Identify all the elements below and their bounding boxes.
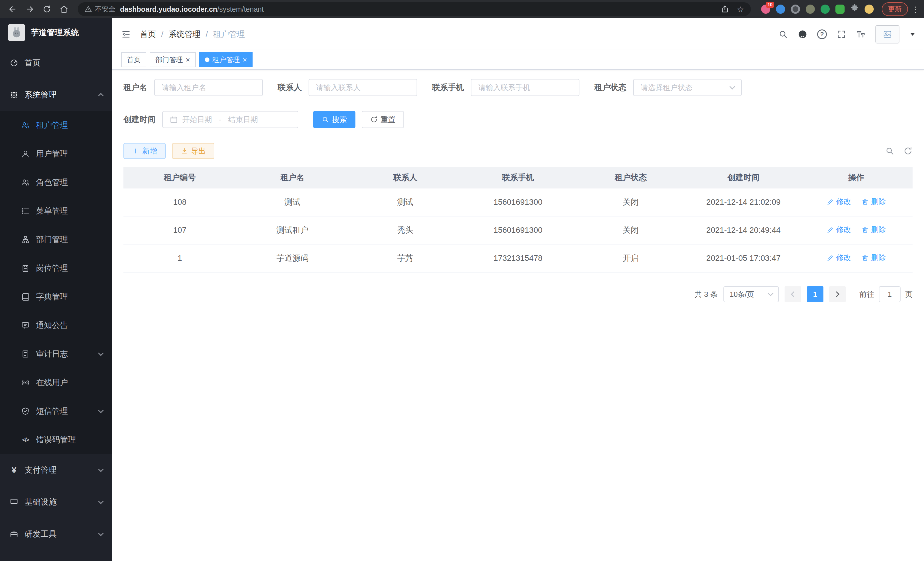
edit-link[interactable]: 修改 bbox=[826, 253, 851, 263]
shield-icon bbox=[21, 407, 30, 415]
goto-page-input[interactable] bbox=[879, 286, 901, 302]
security-chip[interactable]: 不安全 bbox=[85, 5, 116, 14]
reset-button[interactable]: 重置 bbox=[362, 111, 404, 128]
tab-home[interactable]: 首页 bbox=[121, 52, 146, 67]
search-button[interactable]: 搜索 bbox=[313, 111, 356, 128]
font-size-icon[interactable] bbox=[856, 29, 866, 39]
pencil-icon bbox=[826, 198, 834, 206]
extension-icon[interactable] bbox=[791, 5, 800, 14]
toggle-search-icon[interactable] bbox=[885, 146, 894, 156]
reload-icon[interactable] bbox=[39, 1, 55, 17]
prev-page-button[interactable] bbox=[784, 286, 801, 302]
next-page-button[interactable] bbox=[829, 286, 846, 302]
badge-icon bbox=[21, 264, 30, 272]
signal-icon bbox=[21, 378, 30, 387]
back-icon[interactable] bbox=[4, 1, 21, 17]
close-tab-icon[interactable]: × bbox=[243, 56, 247, 63]
app-logo: 芋道管理系统 bbox=[0, 18, 112, 47]
add-button[interactable]: 新增 bbox=[123, 143, 166, 159]
date-range-picker[interactable]: 开始日期 - 结束日期 bbox=[162, 111, 298, 128]
extensions-puzzle-icon[interactable] bbox=[850, 4, 859, 15]
sidebar-item-auditlog[interactable]: 审计日志 bbox=[0, 340, 112, 368]
edit-link[interactable]: 修改 bbox=[826, 197, 851, 207]
home-icon[interactable] bbox=[56, 1, 72, 17]
collapse-sidebar-icon[interactable] bbox=[121, 29, 131, 39]
github-icon[interactable] bbox=[798, 29, 807, 39]
profile-avatar[interactable] bbox=[865, 5, 874, 14]
forward-icon[interactable] bbox=[22, 1, 38, 17]
sidebar-item-tenant[interactable]: 租户管理 bbox=[0, 111, 112, 140]
sidebar-item-devtools[interactable]: 研发工具 bbox=[0, 518, 112, 550]
code-icon bbox=[21, 437, 30, 443]
refresh-table-icon[interactable] bbox=[903, 146, 913, 156]
extension-icon[interactable] bbox=[820, 5, 830, 14]
extension-icon[interactable] bbox=[776, 5, 785, 14]
tenant-name-input[interactable] bbox=[154, 79, 263, 96]
chevron-down-icon bbox=[729, 84, 735, 89]
contact-input[interactable] bbox=[309, 79, 417, 96]
delete-link[interactable]: 删除 bbox=[861, 253, 886, 263]
pagination: 共 3 条 10条/页 1 前往 页 bbox=[123, 286, 913, 302]
search-icon[interactable] bbox=[778, 29, 788, 39]
page-1-button[interactable]: 1 bbox=[807, 286, 824, 302]
sidebar-item-dept[interactable]: 部门管理 bbox=[0, 225, 112, 254]
sidebar: 芋道管理系统 首页 系统管理 租户管理 bbox=[0, 18, 112, 561]
sidebar-item-infra[interactable]: 基础设施 bbox=[0, 486, 112, 518]
table-toolbar: 新增 导出 bbox=[123, 143, 913, 159]
share-icon[interactable] bbox=[720, 4, 730, 14]
breadcrumb-home[interactable]: 首页 bbox=[140, 29, 156, 40]
close-tab-icon[interactable]: × bbox=[186, 56, 190, 63]
tab-tenant[interactable]: 租户管理 × bbox=[199, 52, 253, 67]
sidebar-item-role[interactable]: 角色管理 bbox=[0, 168, 112, 197]
export-button[interactable]: 导出 bbox=[172, 143, 214, 159]
fullscreen-icon[interactable] bbox=[837, 29, 846, 39]
extension-icon[interactable] bbox=[836, 5, 844, 14]
search-icon bbox=[322, 116, 329, 123]
table-row: 107 测试租户 秃头 15601691300 关闭 2021-12-14 20… bbox=[123, 216, 913, 244]
filter-row-2: 创建时间 开始日期 - 结束日期 搜索 bbox=[123, 111, 913, 128]
delete-link[interactable]: 删除 bbox=[861, 225, 886, 235]
chrome-menu-kebab-icon[interactable] bbox=[911, 4, 920, 15]
delete-link[interactable]: 删除 bbox=[861, 197, 886, 207]
status-select[interactable]: 请选择租户状态 bbox=[633, 79, 742, 96]
extension-icon[interactable]: 10 bbox=[761, 5, 770, 14]
url-domain: dashboard.yudao.iocoder.cn bbox=[120, 5, 217, 13]
user-icon bbox=[21, 150, 30, 158]
update-button[interactable]: 更新 bbox=[882, 2, 908, 16]
table-header-row: 租户编号 租户名 联系人 联系手机 租户状态 创建时间 操作 bbox=[123, 167, 913, 188]
tenant-name-label: 租户名 bbox=[123, 82, 147, 93]
sidebar-item-notice[interactable]: 通知公告 bbox=[0, 311, 112, 340]
chevron-down-icon bbox=[99, 469, 103, 471]
page-content: 租户名 联系人 联系手机 租户状态 请选择租户状态 bbox=[112, 70, 924, 561]
status-label: 租户状态 bbox=[594, 82, 626, 93]
sidebar-item-post[interactable]: 岗位管理 bbox=[0, 254, 112, 283]
trash-icon bbox=[861, 226, 869, 234]
sidebar-item-online[interactable]: 在线用户 bbox=[0, 368, 112, 397]
extension-icon[interactable] bbox=[806, 5, 815, 14]
page-size-select[interactable]: 10条/页 bbox=[723, 286, 779, 302]
sidebar-item-system[interactable]: 系统管理 bbox=[0, 79, 112, 111]
caret-down-icon[interactable] bbox=[910, 33, 915, 36]
table-row: 108 测试 测试 15601691300 关闭 2021-12-14 21:0… bbox=[123, 188, 913, 216]
sidebar-item-sms[interactable]: 短信管理 bbox=[0, 397, 112, 426]
tab-dept[interactable]: 部门管理 × bbox=[150, 52, 196, 67]
chevron-up-icon bbox=[99, 92, 103, 98]
sidebar-item-menu[interactable]: 菜单管理 bbox=[0, 197, 112, 225]
bookmark-star-icon[interactable] bbox=[737, 4, 744, 15]
sidebar-item-pay[interactable]: 支付管理 bbox=[0, 454, 112, 486]
sidebar-item-dict[interactable]: 字典管理 bbox=[0, 283, 112, 311]
help-icon[interactable] bbox=[817, 29, 827, 39]
sidebar-item-home[interactable]: 首页 bbox=[0, 47, 112, 79]
page-unit-label: 页 bbox=[905, 289, 913, 299]
edit-link[interactable]: 修改 bbox=[826, 225, 851, 235]
trash-icon bbox=[861, 254, 869, 262]
plus-icon bbox=[132, 147, 140, 155]
breadcrumb-system[interactable]: 系统管理 bbox=[169, 29, 201, 40]
address-bar[interactable]: 不安全 dashboard.yudao.iocoder.cn/system/te… bbox=[78, 2, 751, 16]
sidebar-item-errorcode[interactable]: 错误码管理 bbox=[0, 426, 112, 454]
pencil-icon bbox=[826, 254, 834, 262]
sidebar-item-user[interactable]: 用户管理 bbox=[0, 140, 112, 168]
refresh-icon bbox=[370, 116, 378, 123]
user-avatar[interactable] bbox=[875, 25, 899, 44]
phone-input[interactable] bbox=[471, 79, 579, 96]
